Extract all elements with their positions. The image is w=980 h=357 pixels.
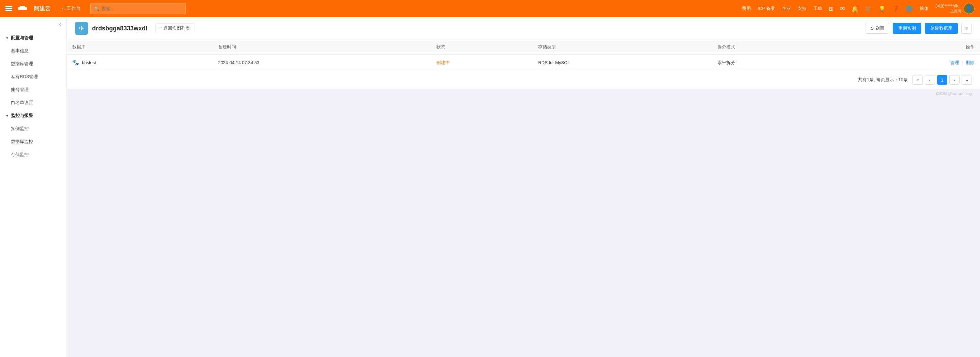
db-name-cell: 🐾 bhstest — [67, 54, 213, 71]
sidebar-item-account-management[interactable]: 账号管理 — [0, 83, 67, 96]
workbench-label: 工作台 — [67, 5, 81, 11]
table-row: 🐾 bhstest 2024-04-14 07:34:53 创建中 RDS fo… — [67, 54, 980, 71]
page-header: ✈ drdsbgga8333wxdl ↑ 返回实例列表 ↻ 刷新 重启实例 创建… — [67, 17, 980, 40]
avatar: 👤 — [964, 3, 975, 14]
sidebar-item-instance-monitor[interactable]: 实例监控 — [0, 122, 67, 135]
sidebar-item-whitelist[interactable]: 白名单设置 — [0, 96, 67, 109]
refresh-button[interactable]: ↻ 刷新 — [865, 23, 889, 34]
refresh-icon: ↻ — [870, 26, 874, 31]
aliyun-logo-icon — [18, 5, 31, 13]
page-next-button[interactable]: › — [949, 75, 959, 84]
lightbulb-icon[interactable]: 💡 — [879, 5, 886, 12]
sidebar-item-basic-info[interactable]: 基本信息 — [0, 45, 67, 57]
col-action: 操作 — [832, 40, 980, 54]
sidebar-section-config-header[interactable]: ▼ 配置与管理 — [0, 32, 67, 45]
grid-icon: ≡ — [965, 25, 968, 31]
refresh-label: 刷新 — [875, 25, 884, 32]
pagination-bar: 共有1条, 每页显示：10条 « ‹ 1 › » — [67, 71, 980, 89]
mail-icon[interactable]: ✉ — [840, 5, 845, 12]
search-icon: 🔍 — [94, 6, 100, 11]
pagination-info: 共有1条, 每页显示：10条 — [858, 77, 908, 83]
chevron-down-icon-1: ▼ — [5, 36, 9, 40]
back-to-list-button[interactable]: ↑ 返回实例列表 — [156, 24, 194, 33]
logo: 阿里云 — [18, 5, 56, 13]
sidebar-section-monitor: ▼ 监控与报警 实例监控 数据库监控 存储监控 — [0, 109, 67, 161]
lang-text[interactable]: 简体 — [920, 5, 929, 11]
logo-text: 阿里云 — [34, 5, 51, 12]
section2-label: 监控与报警 — [11, 113, 33, 119]
grid-view-button[interactable]: ≡ — [961, 23, 972, 34]
chevron-down-icon-2: ▼ — [5, 114, 9, 118]
search-input[interactable] — [102, 6, 182, 11]
nav-link-icp[interactable]: ICP 备案 — [758, 5, 775, 11]
nav-link-enterprise[interactable]: 企业 — [782, 5, 791, 11]
hamburger-button[interactable] — [0, 6, 18, 11]
db-icon: 🐾 — [72, 59, 79, 66]
restart-instance-button[interactable]: 重启实例 — [893, 23, 921, 34]
page-last-button[interactable]: » — [962, 75, 972, 84]
home-icon: ⌂ — [62, 6, 64, 11]
create-time-cell: 2024-04-14 07:34:53 — [213, 54, 431, 71]
delete-action-link[interactable]: 删除 — [966, 60, 975, 66]
manage-action-link[interactable]: 管理 — [950, 60, 959, 66]
nav-link-ticket[interactable]: 工单 — [813, 5, 822, 11]
sidebar: ‹ ▼ 配置与管理 基本信息 数据库管理 私有RDS管理 账号管理 白名单设置 … — [0, 17, 67, 357]
sidebar-section-monitor-header[interactable]: ▼ 监控与报警 — [0, 109, 67, 122]
split-mode-cell: 水平拆分 — [712, 54, 832, 71]
sidebar-item-storage-monitor[interactable]: 存储监控 — [0, 148, 67, 161]
col-database: 数据库 — [67, 40, 213, 54]
create-database-button[interactable]: 创建数据库 — [925, 23, 958, 34]
sidebar-item-db-management[interactable]: 数据库管理 — [0, 57, 67, 70]
col-split-mode: 拆分模式 — [712, 40, 832, 54]
cart-icon[interactable]: 🛒 — [865, 5, 872, 12]
table-container: 数据库 创建时间 状态 存储类型 拆分模式 操作 🐾 bhstest — [67, 40, 980, 89]
svg-rect-2 — [22, 7, 27, 10]
username-text: 8418******@... — [935, 4, 962, 8]
page-first-button[interactable]: « — [913, 75, 923, 84]
footer-watermark: CSDN @bainaisheng — [67, 89, 980, 98]
page-prev-button[interactable]: ‹ — [925, 75, 935, 84]
storage-type-cell: RDS for MySQL — [533, 54, 712, 71]
section1-label: 配置与管理 — [11, 35, 33, 41]
page-1-button[interactable]: 1 — [937, 75, 947, 84]
database-table: 数据库 创建时间 状态 存储类型 拆分模式 操作 🐾 bhstest — [67, 40, 980, 71]
search-bar[interactable]: 🔍 — [91, 3, 186, 14]
sidebar-item-db-monitor[interactable]: 数据库监控 — [0, 135, 67, 148]
sidebar-collapse-btn[interactable]: ‹ — [0, 17, 67, 32]
user-info[interactable]: 8418******@... 主账号 👤 — [935, 3, 975, 14]
globe-icon[interactable]: 🌐 — [906, 5, 913, 12]
main-content: ✈ drdsbgga8333wxdl ↑ 返回实例列表 ↻ 刷新 重启实例 创建… — [67, 17, 980, 357]
collapse-arrow-icon: ‹ — [59, 21, 61, 27]
db-name-text: bhstest — [82, 60, 96, 65]
workbench-nav[interactable]: ⌂ 工作台 — [56, 5, 86, 11]
status-badge: 创建中 — [436, 60, 450, 65]
page-title: drdsbgga8333wxdl — [92, 25, 147, 32]
status-cell: 创建中 — [431, 54, 533, 71]
action-cell: 管理 | 删除 — [832, 54, 980, 71]
col-storage-type: 存储类型 — [533, 40, 712, 54]
scan-icon[interactable]: ⊞ — [829, 5, 834, 12]
instance-icon: ✈ — [75, 22, 88, 35]
col-status: 状态 — [431, 40, 533, 54]
account-type: 主账号 — [935, 8, 962, 14]
nav-link-support[interactable]: 支持 — [797, 5, 807, 11]
action-divider: | — [962, 60, 963, 65]
sidebar-item-private-rds[interactable]: 私有RDS管理 — [0, 70, 67, 83]
nav-link-fee[interactable]: 费用 — [742, 5, 751, 11]
help-icon[interactable]: ❓ — [892, 5, 899, 12]
col-create-time: 创建时间 — [213, 40, 431, 54]
sidebar-section-config: ▼ 配置与管理 基本信息 数据库管理 私有RDS管理 账号管理 白名单设置 — [0, 32, 67, 109]
